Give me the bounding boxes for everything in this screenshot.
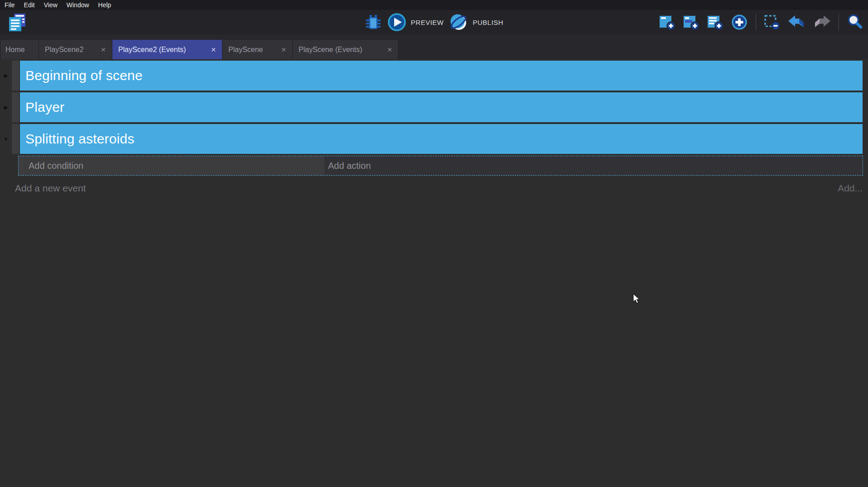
- event-drag-handle[interactable]: [12, 61, 19, 91]
- toolbar-divider: [839, 14, 839, 31]
- event-group-header[interactable]: Splitting asteroids: [20, 124, 863, 154]
- tab-playscene[interactable]: PlayScene ✕: [222, 40, 293, 59]
- add-action-label: Add action: [328, 161, 371, 171]
- add-subevent-icon: [682, 13, 700, 31]
- events-sheet: ▶ Beginning of scene ▶ Player ▼ Splittin…: [0, 59, 868, 487]
- add-event-row: Add a new event Add...: [0, 179, 863, 197]
- tab-label: PlayScene: [228, 46, 263, 54]
- publish-label: PUBLISH: [473, 19, 503, 26]
- preview-play-icon: [387, 13, 406, 32]
- choose-add-event-button[interactable]: [730, 13, 748, 31]
- tab-close-icon[interactable]: ✕: [387, 46, 392, 53]
- menu-window[interactable]: Window: [62, 0, 94, 10]
- menu-view[interactable]: View: [39, 0, 62, 10]
- tab-label: PlayScene (Events): [299, 46, 362, 54]
- tab-label: PlayScene2 (Events): [118, 46, 186, 54]
- add-condition-label: Add condition: [29, 161, 83, 171]
- collapse-arrow-icon[interactable]: ▶: [2, 61, 10, 91]
- main-toolbar: PREVIEW PUBLISH: [0, 10, 868, 34]
- tab-playscene-events[interactable]: PlayScene (Events) ✕: [293, 40, 399, 59]
- redo-button[interactable]: [812, 14, 831, 30]
- event-drag-handle[interactable]: [12, 92, 19, 122]
- add-event-button[interactable]: [658, 13, 676, 31]
- debugger-button[interactable]: [365, 14, 382, 30]
- add-comment-button[interactable]: [706, 13, 724, 31]
- publish-button[interactable]: PUBLISH: [449, 13, 503, 32]
- event-group-header[interactable]: Beginning of scene: [20, 61, 863, 91]
- event-group-row: ▶ Beginning of scene: [0, 61, 863, 91]
- tab-playscene2-events[interactable]: PlayScene2 (Events) ✕: [112, 40, 222, 59]
- menu-bar: File Edit View Window Help: [0, 0, 868, 10]
- tab-close-icon[interactable]: ✕: [101, 46, 106, 53]
- preview-button[interactable]: PREVIEW: [387, 13, 444, 32]
- delete-selection-button[interactable]: [763, 13, 781, 31]
- tab-bar: Home PlayScene2 ✕ PlayScene2 (Events) ✕ …: [0, 34, 868, 59]
- add-event-icon: [658, 13, 676, 31]
- menu-file[interactable]: File: [0, 0, 19, 10]
- event-group-title: Splitting asteroids: [25, 131, 135, 147]
- event-group-row: ▼ Splitting asteroids: [0, 124, 863, 154]
- tab-label: PlayScene2: [45, 46, 83, 54]
- event-group-row: ▶ Player: [0, 92, 863, 122]
- selected-event-body: Add condition Add action: [18, 156, 863, 176]
- menu-edit[interactable]: Edit: [19, 0, 39, 10]
- undo-button[interactable]: [787, 14, 806, 30]
- event-group-title: Beginning of scene: [25, 68, 143, 83]
- toolbar-divider: [756, 14, 756, 31]
- add-new-event-button[interactable]: Add a new event: [15, 183, 86, 194]
- add-circle-icon: [730, 13, 748, 31]
- redo-icon: [812, 14, 831, 30]
- add-comment-icon: [706, 13, 724, 31]
- tab-label: Home: [5, 46, 25, 54]
- event-group-title: Player: [25, 100, 64, 115]
- add-subevent-button[interactable]: [682, 13, 700, 31]
- tab-playscene2[interactable]: PlayScene2 ✕: [39, 40, 112, 59]
- menu-help[interactable]: Help: [94, 0, 116, 10]
- collapse-arrow-icon[interactable]: ▶: [2, 92, 10, 122]
- debugger-bug-icon: [365, 14, 382, 30]
- add-action-area[interactable]: Add action: [324, 156, 863, 175]
- search-events-button[interactable]: [846, 13, 864, 31]
- undo-icon: [787, 14, 806, 30]
- delete-selection-icon: [763, 13, 781, 31]
- publish-globe-icon: [449, 13, 468, 32]
- event-drag-handle[interactable]: [12, 124, 19, 154]
- search-icon: [846, 13, 864, 31]
- add-condition-area[interactable]: Add condition: [24, 156, 324, 175]
- tab-close-icon[interactable]: ✕: [281, 46, 286, 53]
- preview-label: PREVIEW: [411, 19, 444, 26]
- sub-event-drag-handle[interactable]: [19, 156, 24, 175]
- expand-arrow-icon[interactable]: ▼: [2, 124, 10, 154]
- tab-home[interactable]: Home: [0, 40, 39, 59]
- add-more-button[interactable]: Add...: [838, 183, 863, 194]
- event-group-header[interactable]: Player: [20, 92, 863, 122]
- tab-close-icon[interactable]: ✕: [211, 46, 216, 53]
